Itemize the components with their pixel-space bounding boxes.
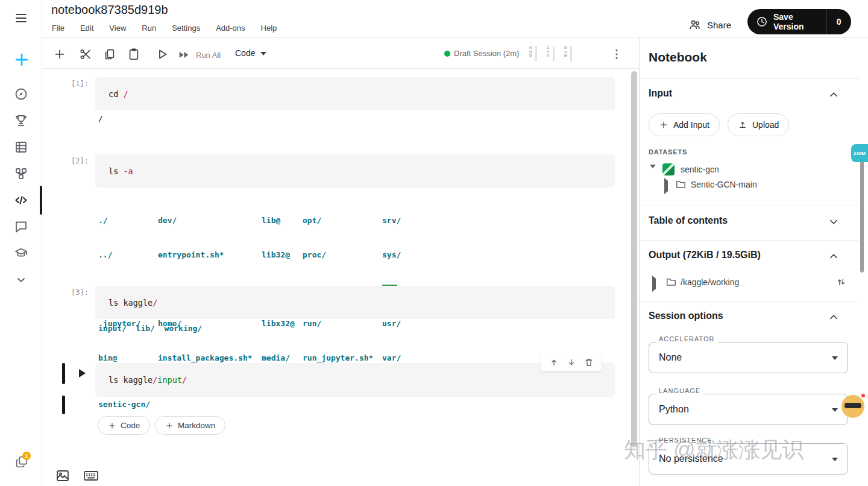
cell4-run-button[interactable] bbox=[74, 366, 89, 380]
share-button[interactable]: Share bbox=[688, 14, 731, 36]
session-status-dot bbox=[444, 51, 450, 57]
plus-icon bbox=[659, 120, 668, 130]
dataset-item[interactable]: sentic-gcn bbox=[681, 165, 719, 174]
ls-entry: lib@ bbox=[262, 215, 295, 226]
move-cell-down-button[interactable] bbox=[566, 357, 577, 368]
persistence-value: No persistence bbox=[659, 453, 723, 464]
plus-icon bbox=[165, 421, 174, 430]
accelerator-label: ACCELERATOR bbox=[656, 335, 718, 342]
ls-entry: bin@ bbox=[98, 352, 150, 364]
folder-icon bbox=[675, 178, 687, 190]
cell2-prompt: [2]: bbox=[71, 157, 89, 165]
console-panel-button[interactable]: 1 bbox=[15, 455, 30, 470]
panel-title: Notebook bbox=[649, 50, 707, 65]
active-nav-indicator bbox=[40, 186, 42, 215]
copy-icon bbox=[103, 48, 116, 61]
add-cell-button[interactable] bbox=[53, 48, 66, 61]
add-input-button[interactable]: Add Input bbox=[649, 113, 720, 136]
caret-down-icon bbox=[650, 165, 656, 178]
language-label: LANGUAGE bbox=[656, 387, 703, 394]
menu-help[interactable]: Help bbox=[261, 24, 277, 33]
cell1-code-editor[interactable]: cd / bbox=[95, 77, 615, 110]
ram-meter: RAM bbox=[564, 46, 572, 62]
menu-file[interactable]: File bbox=[52, 24, 64, 33]
cell-type-value: Code bbox=[235, 48, 255, 58]
media-gallery-button[interactable] bbox=[55, 468, 70, 482]
language-value: Python bbox=[659, 404, 689, 415]
session-collapse-button[interactable] bbox=[827, 311, 840, 324]
toc-section-heading[interactable]: Table of contents bbox=[649, 215, 728, 226]
cut-cell-button[interactable] bbox=[79, 48, 92, 61]
cell4-code-op1: / bbox=[153, 375, 157, 385]
move-cell-up-button[interactable] bbox=[549, 357, 559, 368]
keyboard-shortcuts-button[interactable] bbox=[83, 469, 99, 482]
cell2-code-editor[interactable]: ls -a bbox=[95, 154, 615, 188]
toc-expand-button[interactable] bbox=[827, 215, 840, 229]
menu-edit[interactable]: Edit bbox=[80, 24, 93, 33]
persistence-select[interactable]: No persistence bbox=[649, 443, 848, 475]
sidebar-more-button[interactable] bbox=[14, 273, 28, 287]
cell4-code-editor[interactable]: ls kaggle/input/ bbox=[95, 363, 615, 397]
output-collapse-button[interactable] bbox=[827, 250, 840, 263]
ls-entry: proc/ bbox=[303, 249, 373, 260]
input-section-heading[interactable]: Input bbox=[649, 88, 672, 99]
sidebar-item-discussions[interactable] bbox=[14, 219, 28, 234]
copy-cell-button[interactable] bbox=[103, 48, 116, 61]
ls-entry: srv/ bbox=[382, 215, 402, 226]
add-input-label: Add Input bbox=[673, 120, 709, 130]
chevron-up-icon bbox=[827, 88, 840, 101]
upload-label: Upload bbox=[752, 120, 779, 130]
dataset-folder-expand-caret[interactable] bbox=[664, 181, 668, 192]
cell4-code-builtin: input bbox=[157, 375, 182, 385]
working-dir-item[interactable]: /kaggle/working bbox=[681, 277, 739, 287]
notebook-title[interactable]: notebook87385d919b bbox=[51, 3, 168, 17]
toolbar-kebab-menu[interactable] bbox=[610, 48, 623, 61]
create-button[interactable] bbox=[13, 51, 30, 68]
cell3-code-op: / bbox=[153, 298, 157, 308]
output-section-heading[interactable]: Output (72KiB / 19.5GiB) bbox=[649, 250, 761, 260]
sidebar-item-code[interactable] bbox=[14, 193, 28, 207]
menu-run[interactable]: Run bbox=[142, 24, 156, 33]
caret-down-icon bbox=[260, 52, 266, 55]
menu-bar: File Edit View Run Settings Add-ons Help bbox=[52, 24, 277, 33]
accelerator-select[interactable]: None bbox=[649, 342, 848, 373]
working-dir-expand-caret[interactable] bbox=[652, 279, 656, 289]
caret-down-icon bbox=[832, 356, 838, 360]
cell3-code-editor[interactable]: ls kaggle/ bbox=[95, 286, 615, 319]
ram-meter-bar bbox=[570, 46, 572, 62]
dataset-expand-caret[interactable] bbox=[650, 168, 656, 179]
cell-type-dropdown[interactable]: Code bbox=[235, 48, 266, 58]
panel-scrollbar-thumb[interactable] bbox=[860, 152, 864, 273]
input-collapse-button[interactable] bbox=[827, 88, 840, 101]
sidebar-item-competitions[interactable] bbox=[14, 113, 28, 128]
menu-view[interactable]: View bbox=[109, 24, 126, 33]
add-code-cell-button[interactable]: Code bbox=[98, 416, 150, 435]
session-status-label[interactable]: Draft Session (2m) bbox=[454, 49, 519, 58]
ls-entry: opt/ bbox=[303, 215, 373, 226]
run-all-button[interactable]: Run All bbox=[177, 48, 221, 62]
session-options-heading[interactable]: Session options bbox=[649, 311, 723, 321]
paste-cell-button[interactable] bbox=[127, 48, 140, 61]
main-scrollbar-thumb[interactable] bbox=[631, 71, 637, 447]
version-count-button[interactable]: 0 bbox=[826, 9, 851, 34]
refresh-output-button[interactable] bbox=[835, 276, 847, 288]
upload-button[interactable]: Upload bbox=[728, 113, 789, 136]
sidebar-item-learn[interactable] bbox=[14, 246, 28, 260]
sidebar-item-datasets[interactable] bbox=[14, 140, 28, 154]
run-cell-button[interactable] bbox=[155, 47, 169, 62]
menu-settings[interactable]: Settings bbox=[172, 24, 200, 33]
language-select[interactable]: Python bbox=[649, 394, 848, 425]
dataset-folder-item[interactable]: Sentic-GCN-main bbox=[691, 180, 757, 189]
cell4-code: ls kaggle bbox=[108, 375, 153, 385]
hamburger-menu-button[interactable] bbox=[14, 11, 28, 25]
ls-entry: usr/ bbox=[382, 318, 402, 329]
header-divider bbox=[42, 37, 868, 38]
sidebar-item-home[interactable] bbox=[14, 87, 28, 101]
accelerator-value: None bbox=[659, 352, 682, 363]
add-markdown-cell-button[interactable]: Markdown bbox=[155, 416, 225, 435]
menu-addons[interactable]: Add-ons bbox=[216, 24, 245, 33]
save-version-button[interactable]: Save Version 0 bbox=[747, 9, 851, 34]
delete-cell-button[interactable] bbox=[583, 357, 594, 368]
run-all-label: Run All bbox=[196, 51, 221, 60]
sidebar-item-models[interactable] bbox=[14, 166, 28, 181]
